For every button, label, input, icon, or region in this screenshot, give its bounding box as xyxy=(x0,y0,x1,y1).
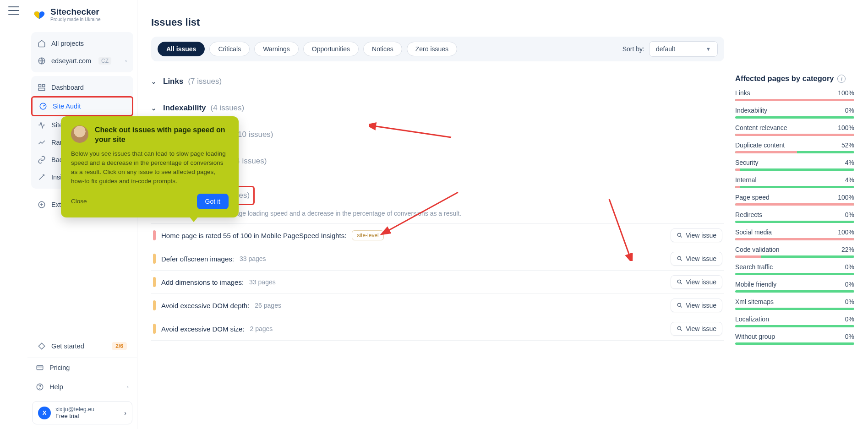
filter-warnings[interactable]: Warnings xyxy=(254,42,299,56)
filter-bar: All issues Criticals Warnings Opportunit… xyxy=(151,37,724,61)
category-row[interactable]: Code validation22% xyxy=(735,246,854,258)
view-issue-button[interactable]: View issue xyxy=(671,299,722,312)
category-name: Content relevance xyxy=(735,124,787,131)
issue-meta: 33 pages xyxy=(249,278,276,286)
severity-indicator xyxy=(153,254,156,264)
category-name: Redirects xyxy=(735,211,762,218)
category-percent: 100% xyxy=(838,194,854,201)
category-percent: 22% xyxy=(841,246,854,253)
user-email: xixiju@teleg.eu xyxy=(55,406,120,413)
view-issue-button[interactable]: View issue xyxy=(671,228,722,242)
view-issue-button[interactable]: View issue xyxy=(671,322,722,336)
filter-opportunities[interactable]: Opportunities xyxy=(303,42,359,56)
category-row[interactable]: Page speed100% xyxy=(735,194,854,206)
category-bar xyxy=(735,134,854,136)
category-row[interactable]: Content relevance100% xyxy=(735,124,854,136)
category-row[interactable]: Internal4% xyxy=(735,176,854,188)
tooltip-gotit-button[interactable]: Got it xyxy=(197,194,229,209)
card-icon xyxy=(36,364,44,372)
category-panel-title: Affected pages by category i xyxy=(735,74,854,83)
category-row[interactable]: Without group0% xyxy=(735,333,854,345)
sidebar-item-site-audit[interactable]: Site Audit xyxy=(31,96,133,116)
issue-title: Home page is rated 55 of 100 in Mobile P… xyxy=(161,232,346,239)
category-name: Xml sitemaps xyxy=(735,298,774,305)
group-count: (4 issues) xyxy=(211,103,245,113)
category-row[interactable]: Localization0% xyxy=(735,315,854,327)
severity-indicator xyxy=(153,277,156,287)
category-row[interactable]: Links100% xyxy=(735,89,854,101)
filter-all-issues[interactable]: All issues xyxy=(158,42,205,56)
svg-point-11 xyxy=(678,280,681,283)
wand-icon xyxy=(38,173,46,181)
category-name: Page speed xyxy=(735,194,770,201)
issue-row[interactable]: Avoid excessive DOM size:2 pagesView iss… xyxy=(151,317,724,341)
category-name: Mobile friendly xyxy=(735,281,776,288)
sidebar-all-projects[interactable]: All projects xyxy=(31,35,133,52)
category-name: Duplicate content xyxy=(735,141,785,149)
filter-notices[interactable]: Notices xyxy=(363,42,402,56)
brand-logo-icon xyxy=(33,10,46,20)
tooltip-title: Check out issues with page speed on your… xyxy=(95,125,229,145)
category-bar xyxy=(735,221,854,223)
category-row[interactable]: Search traffic0% xyxy=(735,263,854,275)
svg-rect-3 xyxy=(38,88,45,91)
category-percent: 0% xyxy=(845,211,854,218)
category-name: Localization xyxy=(735,315,769,323)
issue-row[interactable]: Add dimensions to images:33 pagesView is… xyxy=(151,271,724,294)
category-row[interactable]: Mobile friendly0% xyxy=(735,281,854,293)
sidebar-item-get-started[interactable]: Get started 2/6 xyxy=(31,337,133,355)
category-row[interactable]: Redirects0% xyxy=(735,211,854,223)
tooltip-body: Below you see issues that can lead to sl… xyxy=(71,149,229,186)
issue-row[interactable]: Avoid excessive DOM depth:26 pagesView i… xyxy=(151,294,724,317)
svg-rect-1 xyxy=(38,84,41,87)
issue-meta: 26 pages xyxy=(255,302,281,309)
sidebar-item-label: Dashboard xyxy=(51,84,84,91)
category-row[interactable]: Security4% xyxy=(735,159,854,171)
filter-criticals[interactable]: Criticals xyxy=(209,42,250,56)
sidebar-item-help[interactable]: Help › xyxy=(27,377,137,396)
category-bar xyxy=(735,116,854,119)
sidebar-item-pricing[interactable]: Pricing xyxy=(27,358,137,377)
home-icon xyxy=(38,39,46,48)
category-percent: 4% xyxy=(845,176,854,184)
filter-zero-issues[interactable]: Zero issues xyxy=(407,42,457,56)
category-row[interactable]: Indexability0% xyxy=(735,107,854,119)
category-percent: 52% xyxy=(841,141,854,149)
group-name: Links xyxy=(163,77,183,86)
menu-toggle-icon[interactable] xyxy=(8,6,19,15)
sidebar-item-dashboard[interactable]: Dashboard xyxy=(31,79,133,96)
user-card[interactable]: X xixiju@teleg.eu Free trial › xyxy=(32,401,132,424)
globe-icon xyxy=(38,57,46,65)
category-name: Internal xyxy=(735,176,757,184)
info-icon[interactable]: i xyxy=(837,75,846,83)
help-icon xyxy=(36,383,44,391)
issue-row[interactable]: Home page is rated 55 of 100 in Mobile P… xyxy=(151,224,724,247)
search-icon xyxy=(677,255,683,262)
category-bar xyxy=(735,342,854,345)
chevron-right-icon: › xyxy=(125,58,127,64)
issue-title: Avoid excessive DOM size: xyxy=(161,325,244,333)
category-row[interactable]: Duplicate content52% xyxy=(735,141,854,153)
severity-indicator xyxy=(153,230,156,240)
issue-row[interactable]: Defer offscreen images:33 pagesView issu… xyxy=(151,247,724,271)
group-links[interactable]: ⌄ Links (7 issues) xyxy=(151,75,724,88)
onboarding-tooltip: Check out issues with page speed on your… xyxy=(61,116,239,217)
view-issue-button[interactable]: View issue xyxy=(671,252,722,266)
category-bar xyxy=(735,168,854,171)
sidebar-project-selector[interactable]: edseyart.com CZ › xyxy=(31,52,133,70)
group-count: (10 issues) xyxy=(235,130,273,139)
tooltip-avatar xyxy=(71,125,88,143)
category-percent: 100% xyxy=(838,89,854,97)
project-domain: edseyart.com xyxy=(51,57,91,65)
sidebar-item-label: Site Audit xyxy=(53,103,81,110)
svg-point-13 xyxy=(678,326,681,330)
category-row[interactable]: Xml sitemaps0% xyxy=(735,298,854,310)
category-row[interactable]: Social media100% xyxy=(735,228,854,240)
category-name: Search traffic xyxy=(735,263,773,271)
group-indexability[interactable]: ⌄ Indexability (4 issues) xyxy=(151,102,724,114)
view-issue-button[interactable]: View issue xyxy=(671,275,722,289)
sort-select[interactable]: default ▼ xyxy=(649,41,718,57)
tooltip-close-link[interactable]: Close xyxy=(71,198,87,205)
category-percent: 0% xyxy=(845,107,854,114)
category-percent: 0% xyxy=(845,281,854,288)
